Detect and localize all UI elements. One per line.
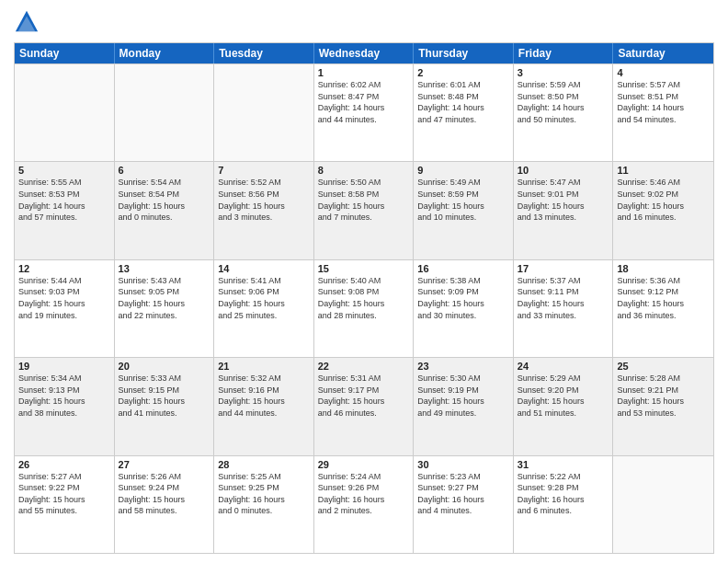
cell-info: Sunrise: 5:37 AMSunset: 9:11 PMDaylight:… bbox=[518, 275, 609, 321]
day-number: 2 bbox=[417, 67, 509, 78]
logo bbox=[14, 9, 43, 35]
cell-info: Sunrise: 5:52 AMSunset: 8:56 PMDaylight:… bbox=[218, 177, 310, 223]
day-number: 14 bbox=[218, 263, 310, 274]
calendar-cell bbox=[15, 64, 115, 161]
calendar-cell: 21Sunrise: 5:32 AMSunset: 9:16 PMDayligh… bbox=[214, 358, 314, 454]
calendar-cell: 16Sunrise: 5:38 AMSunset: 9:09 PMDayligh… bbox=[414, 260, 514, 357]
cell-info: Sunrise: 5:40 AMSunset: 9:08 PMDaylight:… bbox=[318, 275, 410, 321]
cell-info: Sunrise: 5:28 AMSunset: 9:21 PMDaylight:… bbox=[617, 373, 710, 419]
calendar-cell: 3Sunrise: 5:59 AMSunset: 8:50 PMDaylight… bbox=[514, 64, 614, 161]
day-number: 31 bbox=[518, 459, 609, 470]
calendar-cell: 13Sunrise: 5:43 AMSunset: 9:05 PMDayligh… bbox=[115, 260, 215, 357]
logo-icon bbox=[14, 9, 40, 35]
day-number: 15 bbox=[318, 263, 410, 274]
cell-info: Sunrise: 5:46 AMSunset: 9:02 PMDaylight:… bbox=[617, 177, 710, 223]
calendar-cell bbox=[115, 64, 215, 161]
calendar-cell: 31Sunrise: 5:22 AMSunset: 9:28 PMDayligh… bbox=[514, 456, 614, 553]
calendar-cell: 26Sunrise: 5:27 AMSunset: 9:22 PMDayligh… bbox=[15, 456, 115, 553]
day-number: 13 bbox=[119, 263, 210, 274]
calendar-cell: 6Sunrise: 5:54 AMSunset: 8:54 PMDaylight… bbox=[115, 162, 215, 259]
day-number: 21 bbox=[218, 361, 310, 372]
day-number: 7 bbox=[218, 165, 310, 176]
calendar-cell: 15Sunrise: 5:40 AMSunset: 9:08 PMDayligh… bbox=[314, 260, 415, 357]
calendar-cell: 9Sunrise: 5:49 AMSunset: 8:59 PMDaylight… bbox=[414, 162, 514, 259]
calendar-body: 1Sunrise: 6:02 AMSunset: 8:47 PMDaylight… bbox=[15, 63, 713, 553]
cell-info: Sunrise: 5:29 AMSunset: 9:20 PMDaylight:… bbox=[518, 373, 609, 419]
cell-info: Sunrise: 5:44 AMSunset: 9:03 PMDaylight:… bbox=[18, 275, 110, 321]
cell-info: Sunrise: 5:50 AMSunset: 8:58 PMDaylight:… bbox=[318, 177, 410, 223]
day-number: 22 bbox=[318, 361, 410, 372]
cell-info: Sunrise: 5:25 AMSunset: 9:25 PMDaylight:… bbox=[218, 471, 310, 517]
calendar-cell: 24Sunrise: 5:29 AMSunset: 9:20 PMDayligh… bbox=[514, 358, 614, 454]
calendar-cell: 19Sunrise: 5:34 AMSunset: 9:13 PMDayligh… bbox=[15, 358, 115, 454]
calendar-cell: 7Sunrise: 5:52 AMSunset: 8:56 PMDaylight… bbox=[214, 162, 314, 259]
calendar-row-5: 26Sunrise: 5:27 AMSunset: 9:22 PMDayligh… bbox=[15, 455, 713, 553]
calendar-row-1: 1Sunrise: 6:02 AMSunset: 8:47 PMDaylight… bbox=[15, 63, 713, 161]
cell-info: Sunrise: 5:59 AMSunset: 8:50 PMDaylight:… bbox=[518, 79, 609, 125]
day-number: 10 bbox=[518, 165, 609, 176]
day-number: 26 bbox=[18, 459, 110, 470]
cell-info: Sunrise: 6:01 AMSunset: 8:48 PMDaylight:… bbox=[417, 79, 509, 125]
calendar-cell: 10Sunrise: 5:47 AMSunset: 9:01 PMDayligh… bbox=[514, 162, 614, 259]
cell-info: Sunrise: 5:38 AMSunset: 9:09 PMDaylight:… bbox=[417, 275, 509, 321]
calendar-cell: 27Sunrise: 5:26 AMSunset: 9:24 PMDayligh… bbox=[115, 456, 215, 553]
day-number: 30 bbox=[417, 459, 509, 470]
cell-info: Sunrise: 5:32 AMSunset: 9:16 PMDaylight:… bbox=[218, 373, 310, 419]
day-number: 3 bbox=[518, 67, 609, 78]
day-number: 12 bbox=[18, 263, 110, 274]
day-number: 16 bbox=[417, 263, 509, 274]
calendar-cell: 11Sunrise: 5:46 AMSunset: 9:02 PMDayligh… bbox=[613, 162, 713, 259]
page-header bbox=[14, 9, 714, 35]
cell-info: Sunrise: 5:47 AMSunset: 9:01 PMDaylight:… bbox=[518, 177, 609, 223]
calendar-cell: 22Sunrise: 5:31 AMSunset: 9:17 PMDayligh… bbox=[314, 358, 415, 454]
calendar-cell: 2Sunrise: 6:01 AMSunset: 8:48 PMDaylight… bbox=[414, 64, 514, 161]
cell-info: Sunrise: 5:43 AMSunset: 9:05 PMDaylight:… bbox=[119, 275, 210, 321]
calendar-cell: 30Sunrise: 5:23 AMSunset: 9:27 PMDayligh… bbox=[414, 456, 514, 553]
cell-info: Sunrise: 5:26 AMSunset: 9:24 PMDaylight:… bbox=[119, 471, 210, 517]
cell-info: Sunrise: 5:23 AMSunset: 9:27 PMDaylight:… bbox=[417, 471, 509, 517]
calendar-cell: 20Sunrise: 5:33 AMSunset: 9:15 PMDayligh… bbox=[115, 358, 215, 454]
cell-info: Sunrise: 5:41 AMSunset: 9:06 PMDaylight:… bbox=[218, 275, 310, 321]
calendar-cell bbox=[214, 64, 314, 161]
cell-info: Sunrise: 5:49 AMSunset: 8:59 PMDaylight:… bbox=[417, 177, 509, 223]
cell-info: Sunrise: 5:54 AMSunset: 8:54 PMDaylight:… bbox=[119, 177, 210, 223]
calendar-cell: 1Sunrise: 6:02 AMSunset: 8:47 PMDaylight… bbox=[314, 64, 415, 161]
day-number: 9 bbox=[417, 165, 509, 176]
calendar-header: SundayMondayTuesdayWednesdayThursdayFrid… bbox=[15, 43, 713, 63]
day-number: 28 bbox=[218, 459, 310, 470]
day-number: 25 bbox=[617, 361, 710, 372]
calendar-cell: 29Sunrise: 5:24 AMSunset: 9:26 PMDayligh… bbox=[314, 456, 415, 553]
cell-info: Sunrise: 5:27 AMSunset: 9:22 PMDaylight:… bbox=[18, 471, 110, 517]
day-number: 17 bbox=[518, 263, 609, 274]
calendar-cell: 4Sunrise: 5:57 AMSunset: 8:51 PMDaylight… bbox=[613, 64, 713, 161]
day-number: 8 bbox=[318, 165, 410, 176]
day-number: 24 bbox=[518, 361, 609, 372]
day-number: 20 bbox=[119, 361, 210, 372]
calendar-cell: 8Sunrise: 5:50 AMSunset: 8:58 PMDaylight… bbox=[314, 162, 415, 259]
calendar-cell: 14Sunrise: 5:41 AMSunset: 9:06 PMDayligh… bbox=[214, 260, 314, 357]
day-number: 23 bbox=[417, 361, 509, 372]
cell-info: Sunrise: 5:31 AMSunset: 9:17 PMDaylight:… bbox=[318, 373, 410, 419]
day-number: 1 bbox=[318, 67, 410, 78]
day-header-saturday: Saturday bbox=[613, 43, 713, 63]
day-number: 5 bbox=[18, 165, 110, 176]
cell-info: Sunrise: 5:22 AMSunset: 9:28 PMDaylight:… bbox=[518, 471, 609, 517]
calendar-cell: 25Sunrise: 5:28 AMSunset: 9:21 PMDayligh… bbox=[613, 358, 713, 454]
calendar-cell: 23Sunrise: 5:30 AMSunset: 9:19 PMDayligh… bbox=[414, 358, 514, 454]
cell-info: Sunrise: 5:24 AMSunset: 9:26 PMDaylight:… bbox=[318, 471, 410, 517]
cell-info: Sunrise: 5:55 AMSunset: 8:53 PMDaylight:… bbox=[18, 177, 110, 223]
day-number: 18 bbox=[617, 263, 710, 274]
calendar-row-3: 12Sunrise: 5:44 AMSunset: 9:03 PMDayligh… bbox=[15, 259, 713, 357]
day-header-monday: Monday bbox=[115, 43, 215, 63]
calendar-cell: 12Sunrise: 5:44 AMSunset: 9:03 PMDayligh… bbox=[15, 260, 115, 357]
cell-info: Sunrise: 6:02 AMSunset: 8:47 PMDaylight:… bbox=[318, 79, 410, 125]
day-header-wednesday: Wednesday bbox=[314, 43, 415, 63]
cell-info: Sunrise: 5:36 AMSunset: 9:12 PMDaylight:… bbox=[617, 275, 710, 321]
day-header-thursday: Thursday bbox=[414, 43, 514, 63]
cell-info: Sunrise: 5:30 AMSunset: 9:19 PMDaylight:… bbox=[417, 373, 509, 419]
calendar-cell: 5Sunrise: 5:55 AMSunset: 8:53 PMDaylight… bbox=[15, 162, 115, 259]
calendar-cell: 18Sunrise: 5:36 AMSunset: 9:12 PMDayligh… bbox=[613, 260, 713, 357]
cell-info: Sunrise: 5:33 AMSunset: 9:15 PMDaylight:… bbox=[119, 373, 210, 419]
calendar: SundayMondayTuesdayWednesdayThursdayFrid… bbox=[14, 42, 714, 554]
day-number: 6 bbox=[119, 165, 210, 176]
